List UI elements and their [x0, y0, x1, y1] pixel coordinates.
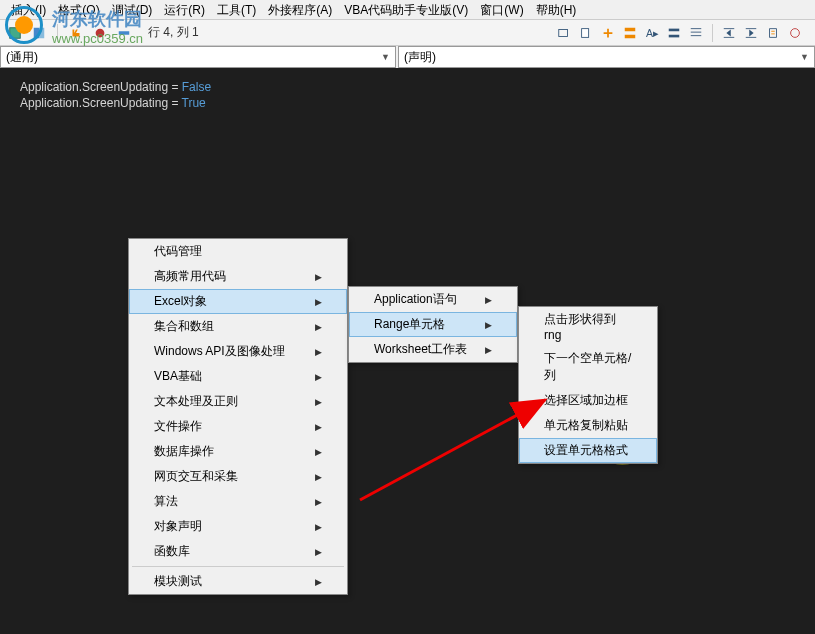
menu-item-set-format[interactable]: 设置单元格格式	[519, 438, 657, 463]
svg-rect-7	[625, 27, 636, 31]
menu-addins[interactable]: 外接程序(A)	[262, 0, 338, 19]
toolbar-icon-break[interactable]	[90, 24, 110, 42]
menu-item-excel-object[interactable]: Excel对象▶	[129, 289, 347, 314]
object-dropdown-value: (通用)	[6, 49, 38, 66]
chevron-down-icon: ▼	[800, 52, 809, 62]
menu-item-copy-paste[interactable]: 单元格复制粘贴	[519, 413, 657, 438]
menu-format[interactable]: 格式(O)	[52, 0, 105, 19]
toolbar-separator	[712, 24, 713, 42]
menu-item-collection-array[interactable]: 集合和数组▶	[129, 314, 347, 339]
menu-item-web[interactable]: 网页交互和采集▶	[129, 464, 347, 489]
toolbar-right: A▸	[554, 24, 805, 42]
submenu-arrow-icon: ▶	[485, 345, 492, 355]
svg-rect-4	[119, 31, 130, 35]
svg-text:A▸: A▸	[646, 26, 659, 38]
submenu-arrow-icon: ▶	[315, 577, 322, 587]
code-text: Application.ScreenUpdating =	[20, 96, 182, 110]
tb-icon-r5[interactable]: A▸	[642, 24, 662, 42]
submenu-arrow-icon: ▶	[315, 322, 322, 332]
tb-icon-r4[interactable]	[620, 24, 640, 42]
procedure-dropdown[interactable]: (声明) ▼	[398, 46, 815, 68]
menu-debug[interactable]: 调试(D)	[106, 0, 159, 19]
menu-item-add-border[interactable]: 选择区域加边框	[519, 388, 657, 413]
svg-rect-0	[10, 27, 21, 38]
menu-item-obj-decl[interactable]: 对象声明▶	[129, 514, 347, 539]
menu-item-click-shape-rng[interactable]: 点击形状得到rng	[519, 307, 657, 346]
menu-item-func-lib[interactable]: 函数库▶	[129, 539, 347, 564]
menu-item-module-test[interactable]: 模块测试▶	[129, 569, 347, 594]
menu-help[interactable]: 帮助(H)	[530, 0, 583, 19]
submenu-arrow-icon: ▶	[485, 320, 492, 330]
context-submenu-range: 点击形状得到rng 下一个空单元格/列 选择区域加边框 单元格复制粘贴 设置单元…	[518, 306, 658, 464]
tb-icon-r2[interactable]	[576, 24, 596, 42]
submenu-arrow-icon: ▶	[315, 372, 322, 382]
svg-rect-10	[669, 28, 680, 31]
svg-point-12	[791, 28, 800, 37]
toolbar-icon-1[interactable]	[5, 24, 25, 42]
submenu-arrow-icon: ▶	[315, 447, 322, 457]
menu-item-file-ops[interactable]: 文件操作▶	[129, 414, 347, 439]
toolbar: 行 4, 列 1 A▸	[0, 20, 815, 46]
svg-point-3	[96, 28, 105, 37]
svg-rect-2	[39, 27, 44, 38]
menu-item-application[interactable]: Application语句▶	[349, 287, 517, 312]
code-keyword: True	[182, 96, 206, 110]
menu-item-code-manage[interactable]: 代码管理	[129, 239, 347, 264]
tb-icon-r11[interactable]	[785, 24, 805, 42]
submenu-arrow-icon: ▶	[315, 497, 322, 507]
submenu-arrow-icon: ▶	[315, 297, 322, 307]
menu-item-range[interactable]: Range单元格▶	[349, 312, 517, 337]
dropdown-bar: (通用) ▼ (声明) ▼	[0, 46, 815, 68]
submenu-arrow-icon: ▶	[315, 522, 322, 532]
menubar: 插入(I) 格式(O) 调试(D) 运行(R) 工具(T) 外接程序(A) VB…	[0, 0, 815, 20]
tb-icon-r6[interactable]	[664, 24, 684, 42]
svg-rect-11	[669, 34, 680, 37]
menu-vba-helper[interactable]: VBA代码助手专业版(V)	[338, 0, 474, 19]
svg-rect-6	[582, 28, 589, 37]
tb-icon-r1[interactable]	[554, 24, 574, 42]
toolbar-separator	[57, 24, 58, 42]
menu-item-win-api[interactable]: Windows API及图像处理▶	[129, 339, 347, 364]
procedure-dropdown-value: (声明)	[404, 49, 436, 66]
menu-item-vba-basic[interactable]: VBA基础▶	[129, 364, 347, 389]
submenu-arrow-icon: ▶	[315, 422, 322, 432]
cursor-position: 行 4, 列 1	[148, 24, 199, 41]
tb-icon-indent-r[interactable]	[741, 24, 761, 42]
submenu-arrow-icon: ▶	[315, 347, 322, 357]
submenu-arrow-icon: ▶	[315, 472, 322, 482]
menu-insert[interactable]: 插入(I)	[5, 0, 52, 19]
menu-item-text-regex[interactable]: 文本处理及正则▶	[129, 389, 347, 414]
menu-item-db-ops[interactable]: 数据库操作▶	[129, 439, 347, 464]
toolbar-icon-2[interactable]	[29, 24, 49, 42]
menu-item-algorithm[interactable]: 算法▶	[129, 489, 347, 514]
submenu-arrow-icon: ▶	[315, 547, 322, 557]
menu-item-next-empty[interactable]: 下一个空单元格/列	[519, 346, 657, 388]
menu-item-worksheet[interactable]: Worksheet工作表▶	[349, 337, 517, 362]
tb-icon-indent-l[interactable]	[719, 24, 739, 42]
submenu-arrow-icon: ▶	[485, 295, 492, 305]
menu-window[interactable]: 窗口(W)	[474, 0, 529, 19]
chevron-down-icon: ▼	[381, 52, 390, 62]
tb-icon-r3[interactable]	[598, 24, 618, 42]
code-keyword: False	[182, 80, 211, 94]
object-dropdown[interactable]: (通用) ▼	[0, 46, 396, 68]
code-text: Application.ScreenUpdating =	[20, 80, 182, 94]
menu-tools[interactable]: 工具(T)	[211, 0, 262, 19]
svg-rect-1	[34, 27, 39, 38]
svg-rect-5	[559, 29, 568, 36]
context-menu-main: 代码管理 高频常用代码▶ Excel对象▶ 集合和数组▶ Windows API…	[128, 238, 348, 595]
svg-rect-8	[625, 34, 636, 38]
submenu-arrow-icon: ▶	[315, 397, 322, 407]
toolbar-icon-step[interactable]	[114, 24, 134, 42]
tb-icon-r7[interactable]	[686, 24, 706, 42]
menu-separator	[132, 566, 344, 567]
menu-item-freq-code[interactable]: 高频常用代码▶	[129, 264, 347, 289]
menu-run[interactable]: 运行(R)	[158, 0, 211, 19]
tb-icon-r10[interactable]	[763, 24, 783, 42]
submenu-arrow-icon: ▶	[315, 272, 322, 282]
context-submenu-excel: Application语句▶ Range单元格▶ Worksheet工作表▶	[348, 286, 518, 363]
toolbar-icon-hand[interactable]	[66, 24, 86, 42]
